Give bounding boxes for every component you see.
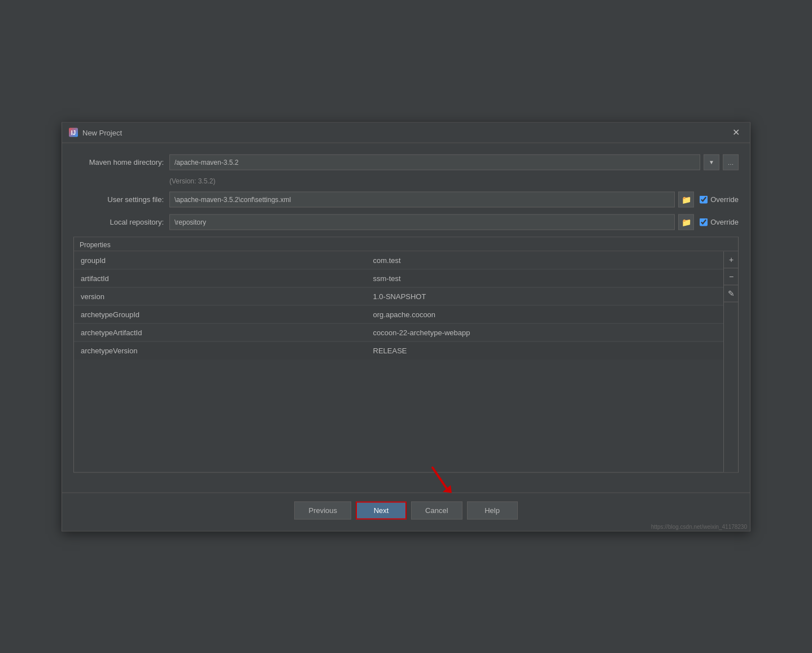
properties-table: groupId com.test artifactId ssm-test ver… xyxy=(74,251,723,359)
prop-key: version xyxy=(74,287,366,305)
prop-key: archetypeVersion xyxy=(74,341,366,360)
close-button[interactable]: ✕ xyxy=(729,127,743,138)
next-button[interactable]: Next xyxy=(356,501,407,519)
prop-value: RELEASE xyxy=(366,341,724,360)
maven-home-input-group: ▼ … xyxy=(169,154,739,170)
cancel-button[interactable]: Cancel xyxy=(411,501,462,519)
properties-actions: + − ✎ xyxy=(723,251,738,472)
user-settings-row: User settings file: 📁 Override xyxy=(73,191,739,207)
prop-value: ssm-test xyxy=(366,269,724,287)
help-button[interactable]: Help xyxy=(467,501,518,519)
prop-key: artifactId xyxy=(74,269,366,287)
properties-empty-area xyxy=(74,359,723,472)
prop-key: groupId xyxy=(74,251,366,269)
user-settings-label: User settings file: xyxy=(73,195,164,204)
prop-value: 1.0-SNAPSHOT xyxy=(366,287,724,305)
local-repo-override-label[interactable]: Override xyxy=(710,218,739,226)
user-settings-input-group: 📁 xyxy=(169,191,694,207)
title-bar-left: IJ New Project xyxy=(69,128,122,137)
dialog-content: Maven home directory: ▼ … (Version: 3.5.… xyxy=(62,143,750,492)
table-row[interactable]: archetypeGroupId org.apache.cocoon xyxy=(74,305,723,323)
local-repo-label: Local repository: xyxy=(73,218,164,226)
local-repo-input[interactable] xyxy=(169,214,675,230)
folder-icon-2: 📁 xyxy=(682,217,691,226)
table-row[interactable]: version 1.0-SNAPSHOT xyxy=(74,287,723,305)
user-settings-input[interactable] xyxy=(169,191,675,207)
user-settings-override-group: Override xyxy=(700,195,739,204)
app-icon: IJ xyxy=(69,128,78,137)
properties-wrapper: groupId com.test artifactId ssm-test ver… xyxy=(74,251,738,472)
prop-value: cocoon-22-archetype-webapp xyxy=(366,323,724,341)
local-repo-override-checkbox[interactable] xyxy=(700,218,708,226)
title-bar: IJ New Project ✕ xyxy=(62,122,750,143)
folder-icon: 📁 xyxy=(682,195,691,204)
arrow-annotation xyxy=(427,464,455,496)
properties-section: Properties groupId com.test artifactId s… xyxy=(73,236,739,472)
maven-home-browse-btn[interactable]: … xyxy=(723,154,739,170)
user-settings-browse-btn[interactable]: 📁 xyxy=(678,191,694,207)
local-repo-override-group: Override xyxy=(700,218,739,226)
button-bar: Previous Next Cancel Help xyxy=(62,492,750,531)
new-project-dialog: IJ New Project ✕ Maven home directory: ▼… xyxy=(62,122,750,531)
maven-home-row: Maven home directory: ▼ … xyxy=(73,154,739,170)
add-property-button[interactable]: + xyxy=(724,251,739,268)
table-row[interactable]: archetypeVersion RELEASE xyxy=(74,341,723,360)
local-repo-browse-btn[interactable]: 📁 xyxy=(678,214,694,230)
prop-value: org.apache.cocoon xyxy=(366,305,724,323)
arrow-svg xyxy=(427,464,455,496)
version-note: (Version: 3.5.2) xyxy=(169,177,739,185)
local-repo-row: Local repository: 📁 Override xyxy=(73,214,739,230)
table-row[interactable]: groupId com.test xyxy=(74,251,723,269)
maven-home-dropdown-btn[interactable]: ▼ xyxy=(704,154,719,170)
prop-key: archetypeArtifactId xyxy=(74,323,366,341)
svg-line-0 xyxy=(433,467,447,488)
local-repo-input-group: 📁 xyxy=(169,214,694,230)
maven-home-label: Maven home directory: xyxy=(73,158,164,166)
previous-button[interactable]: Previous xyxy=(294,501,351,519)
properties-title: Properties xyxy=(74,237,738,251)
watermark: https://blog.csdn.net/weixin_41178230 xyxy=(651,523,747,529)
user-settings-override-checkbox[interactable] xyxy=(700,195,708,203)
user-settings-override-label[interactable]: Override xyxy=(710,195,739,204)
prop-key: archetypeGroupId xyxy=(74,305,366,323)
table-row[interactable]: artifactId ssm-test xyxy=(74,269,723,287)
table-row[interactable]: archetypeArtifactId cocoon-22-archetype-… xyxy=(74,323,723,341)
dialog-title: New Project xyxy=(82,128,122,137)
prop-value: com.test xyxy=(366,251,724,269)
properties-inner: groupId com.test artifactId ssm-test ver… xyxy=(74,251,723,472)
maven-home-input[interactable] xyxy=(169,154,700,170)
edit-property-button[interactable]: ✎ xyxy=(724,285,739,302)
remove-property-button[interactable]: − xyxy=(724,268,739,285)
